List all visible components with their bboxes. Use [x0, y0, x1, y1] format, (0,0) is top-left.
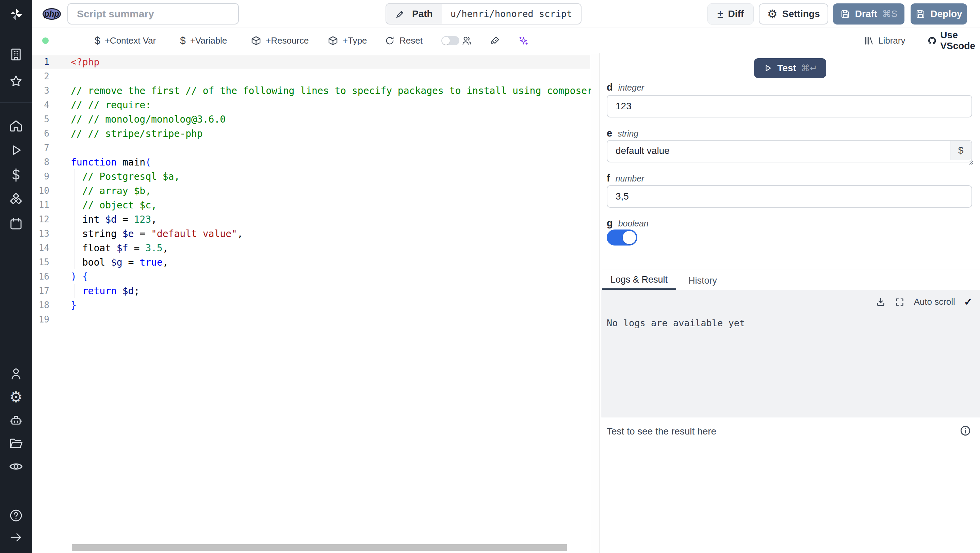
- arg-name: f: [607, 173, 610, 184]
- arg-f-input[interactable]: [607, 185, 972, 208]
- download-logs-icon[interactable]: [875, 297, 886, 307]
- sidebar-item-workers[interactable]: [0, 411, 32, 430]
- multiplayer-button[interactable]: [461, 28, 472, 53]
- auto-scroll-label[interactable]: Auto scroll: [914, 296, 955, 307]
- path-widget[interactable]: Path u/henri/honored_script: [385, 3, 582, 24]
- code-editor[interactable]: 1<?php23// remove the first // of the fo…: [32, 53, 601, 553]
- code-line[interactable]: 14 float $f = 3.5,: [32, 241, 601, 255]
- expand-logs-icon[interactable]: [894, 297, 905, 307]
- left-sidebar: ⚙: [0, 0, 32, 553]
- pencil-icon: [395, 9, 405, 19]
- editor-vertical-scrollbar[interactable]: [591, 53, 600, 553]
- add-resource-button[interactable]: +Resource: [251, 28, 309, 53]
- code-line[interactable]: 3// remove the first // of the following…: [32, 83, 601, 98]
- arg-g-label: g boolean: [607, 218, 649, 229]
- path-value: u/henri/honored_script: [442, 4, 581, 24]
- tab-logs-result[interactable]: Logs & Result: [602, 271, 676, 290]
- dollar-icon: $: [95, 35, 100, 46]
- tab-label: Logs & Result: [611, 274, 668, 285]
- settings-label: Settings: [782, 8, 820, 19]
- package-icon: [328, 35, 338, 46]
- sidebar-item-workspace[interactable]: [0, 45, 32, 64]
- use-vscode-button[interactable]: Use VScode: [928, 28, 980, 53]
- code-line[interactable]: 4// // require:: [32, 98, 601, 112]
- editor-horizontal-scrollbar[interactable]: [72, 544, 567, 551]
- code-line[interactable]: 1<?php: [32, 55, 601, 69]
- ai-assistant-button[interactable]: [518, 28, 529, 53]
- code-line[interactable]: 6// // stripe/stripe-php: [32, 126, 601, 141]
- code-line[interactable]: 10 // array $b,: [32, 183, 601, 198]
- code-line[interactable]: 15 bool $g = true,: [32, 255, 601, 269]
- diff-mode-toggle[interactable]: [441, 28, 460, 53]
- arg-name: e: [607, 128, 612, 139]
- sidebar-item-folders[interactable]: [0, 434, 32, 453]
- diff-button[interactable]: ± Diff: [708, 3, 754, 24]
- reset-label: Reset: [399, 35, 423, 46]
- editor-toolbar: $ +Context Var $ +Variable +Resource +Ty…: [32, 28, 980, 53]
- library-icon: [863, 35, 874, 46]
- check-icon[interactable]: ✓: [964, 296, 972, 308]
- library-label: Library: [878, 35, 905, 46]
- package-icon: [251, 35, 261, 46]
- code-line[interactable]: 9 // Postgresql $a,: [32, 169, 601, 183]
- code-line[interactable]: 16) {: [32, 269, 601, 284]
- sidebar-item-settings[interactable]: ⚙: [0, 387, 32, 406]
- draft-label: Draft: [855, 8, 877, 19]
- sidebar-divider: [0, 102, 32, 102]
- sidebar-item-expand[interactable]: [0, 528, 32, 547]
- arg-g-toggle[interactable]: [607, 229, 637, 245]
- sidebar-item-schedules[interactable]: [0, 215, 32, 234]
- settings-button[interactable]: ⚙ Settings: [759, 3, 828, 24]
- format-button[interactable]: [490, 28, 500, 53]
- code-line[interactable]: 13 string $e = "default value",: [32, 226, 601, 241]
- result-area: Test to see the result here: [601, 418, 980, 553]
- horizontal-splitter[interactable]: [601, 269, 980, 269]
- add-variable-button[interactable]: $ +Variable: [180, 28, 227, 53]
- sidebar-item-favorites[interactable]: [0, 72, 32, 91]
- draft-button[interactable]: Draft ⌘S: [833, 3, 904, 24]
- sidebar-item-runs[interactable]: [0, 141, 32, 160]
- code-line[interactable]: 19: [32, 312, 601, 327]
- windmill-logo[interactable]: [0, 5, 32, 24]
- library-button[interactable]: Library: [863, 28, 905, 53]
- info-icon[interactable]: [959, 425, 971, 438]
- sidebar-item-resources[interactable]: [0, 190, 32, 209]
- indent-guide: [75, 284, 75, 298]
- script-summary-input[interactable]: [67, 3, 239, 24]
- code-line[interactable]: 7: [32, 141, 601, 155]
- diff-label: Diff: [728, 8, 744, 19]
- test-button[interactable]: Test ⌘↵: [754, 58, 826, 78]
- sidebar-item-home[interactable]: [0, 116, 32, 135]
- code-line[interactable]: 5// // monolog/monolog@3.6.0: [32, 112, 601, 126]
- code-line[interactable]: 12 int $d = 123,: [32, 212, 601, 226]
- sidebar-item-user[interactable]: [0, 364, 32, 383]
- add-type-button[interactable]: +Type: [328, 28, 367, 53]
- deploy-button[interactable]: Deploy: [911, 3, 967, 24]
- tab-history[interactable]: History: [679, 271, 727, 290]
- dollar-icon: $: [958, 145, 964, 156]
- add-type-label: +Type: [343, 35, 367, 46]
- sidebar-item-variables[interactable]: [0, 166, 32, 185]
- resize-handle[interactable]: [967, 159, 974, 165]
- add-variable-label: +Variable: [190, 35, 227, 46]
- arg-d-input[interactable]: [607, 95, 972, 118]
- test-shortcut: ⌘↵: [801, 63, 817, 73]
- sidebar-item-help[interactable]: [0, 506, 32, 525]
- php-badge-label: php: [44, 9, 59, 19]
- code-line[interactable]: 17 return $d;: [32, 284, 601, 298]
- code-line[interactable]: 18}: [32, 298, 601, 312]
- arg-e-textarea[interactable]: default value: [607, 140, 972, 163]
- reset-button[interactable]: Reset: [385, 28, 423, 53]
- code-line[interactable]: 11 // object $c,: [32, 198, 601, 212]
- sidebar-item-audit-logs[interactable]: [0, 457, 32, 476]
- add-context-var-button[interactable]: $ +Context Var: [95, 28, 156, 53]
- php-language-badge: php: [43, 8, 61, 20]
- code-line[interactable]: 2: [32, 69, 601, 83]
- toggle-off[interactable]: [441, 36, 460, 45]
- path-edit[interactable]: Path: [386, 4, 442, 24]
- play-icon: [763, 63, 772, 73]
- insert-variable-button[interactable]: $: [950, 141, 971, 160]
- gear-icon: ⚙: [9, 390, 22, 405]
- code-line[interactable]: 8function main(: [32, 155, 601, 169]
- arg-e-label: e string: [607, 128, 638, 139]
